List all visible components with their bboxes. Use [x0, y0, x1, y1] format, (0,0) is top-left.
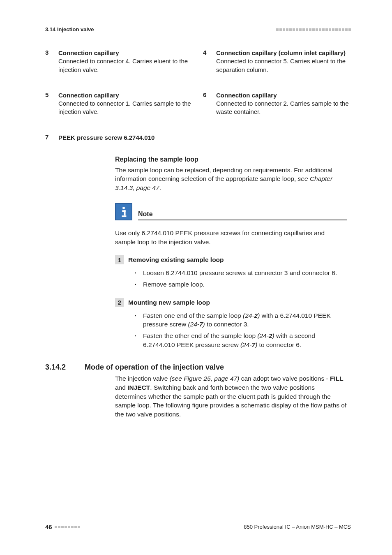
- cross-reference: (see Figure 25, page 47): [170, 375, 240, 382]
- legend-body: Connected to connector 4. Carries eluent…: [58, 58, 188, 73]
- note-label: Note: [138, 210, 347, 219]
- step-bullet: Fasten one end of the sample loop (24-2)…: [135, 311, 347, 329]
- svg-rect-3: [122, 215, 126, 217]
- step-title: Removing existing sample loop: [128, 255, 224, 264]
- legend-body: Connected to connector 2. Carries sample…: [216, 100, 349, 115]
- replace-heading: Replacing the sample loop: [115, 156, 347, 163]
- legend-number: 6: [203, 91, 210, 116]
- legend-item: 4 Connection capillary (column inlet cap…: [203, 49, 351, 74]
- step: 1 Removing existing sample loop Loosen 6…: [115, 255, 347, 289]
- replace-section: Replacing the sample loop The sample loo…: [115, 156, 347, 349]
- footer-doc-title: 850 Professional IC – Anion MSM-HC – MCS: [244, 524, 351, 530]
- subsection-heading: 3.14.2 Mode of operation of the injectio…: [45, 363, 351, 372]
- step-title: Mounting new sample loop: [128, 298, 210, 307]
- subsection-body: The injection valve (see Figure 25, page…: [115, 374, 347, 419]
- legend-title: Connection capillary: [216, 92, 277, 99]
- step-number: 2: [115, 298, 124, 307]
- page-number: 46: [45, 523, 80, 530]
- legend-item: 7 PEEK pressure screw 6.2744.010: [45, 134, 193, 142]
- legend-body: Connected to connector 1. Carries sample…: [58, 100, 191, 115]
- header-ornament: [276, 28, 351, 31]
- legend-body: Connected to connector 5. Carries eluent…: [216, 58, 346, 73]
- step-bullet: Fasten the other end of the sample loop …: [135, 331, 347, 349]
- legend-grid: 3 Connection capillaryConnected to conne…: [45, 49, 351, 149]
- subsection-title: Mode of operation of the injection valve: [85, 363, 224, 372]
- page-footer: 46 850 Professional IC – Anion MSM-HC – …: [45, 523, 351, 530]
- legend-title: Connection capillary: [58, 49, 119, 56]
- svg-rect-2: [124, 210, 126, 215]
- step-number: 1: [115, 255, 124, 264]
- legend-number: 4: [203, 49, 210, 74]
- legend-item: 5 Connection capillaryConnected to conne…: [45, 91, 193, 116]
- step: 2 Mounting new sample loop Fasten one en…: [115, 298, 347, 349]
- info-icon: [115, 203, 132, 220]
- step-bullet: Loosen 6.2744.010 pressure screws at con…: [135, 268, 347, 278]
- legend-title: Connection capillary: [58, 92, 119, 99]
- page-header: 3.14 Injection valve: [45, 26, 351, 32]
- replace-paragraph: The sample loop can be replaced, dependi…: [115, 166, 347, 192]
- subsection-number: 3.14.2: [45, 363, 75, 372]
- legend-number: 5: [45, 91, 53, 116]
- legend-number: 7: [45, 134, 53, 142]
- legend-title: Connection capillary (column inlet capil…: [216, 49, 346, 56]
- step-bullet: Remove sample loop.: [135, 280, 347, 289]
- legend-item: 6 Connection capillaryConnected to conne…: [203, 91, 351, 116]
- legend-item: 3 Connection capillaryConnected to conne…: [45, 49, 193, 74]
- footer-ornament: [55, 526, 80, 528]
- note-callout: Note Use only 6.2744.010 PEEK pressure s…: [115, 203, 347, 246]
- header-section-title: 3.14 Injection valve: [45, 26, 94, 32]
- legend-number: 3: [45, 49, 53, 74]
- svg-point-0: [122, 207, 125, 209]
- note-text: Use only 6.2744.010 PEEK pressure screws…: [115, 229, 347, 246]
- legend-title: PEEK pressure screw 6.2744.010: [58, 134, 154, 141]
